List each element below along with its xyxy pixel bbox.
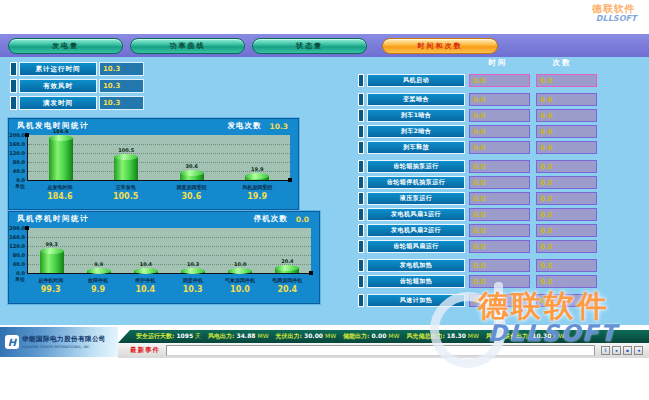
control-button-icon[interactable]: ■ xyxy=(623,346,632,355)
event-log-field[interactable] xyxy=(166,345,595,356)
category-label: 电网原因停机 xyxy=(264,277,311,283)
control-button-icon[interactable]: ◄ xyxy=(634,346,643,355)
counter-label: 停机次数 xyxy=(254,214,288,224)
category-value: 30.6 xyxy=(159,192,225,201)
time-value: 0.0 xyxy=(469,259,530,272)
ticker-unit: MW xyxy=(325,332,336,339)
stat-label: 满发时间 xyxy=(19,96,97,110)
control-button-icon[interactable]: ● xyxy=(612,346,621,355)
bar-top-value: 10.4 xyxy=(140,261,152,267)
huaneng-logo-icon: H xyxy=(5,335,19,349)
table-row: 刹车释放0.00.0 xyxy=(358,141,598,154)
count-value: 0.0 xyxy=(536,160,597,173)
gridline xyxy=(28,264,311,265)
ticker-label: 风光储总出力: xyxy=(406,332,444,341)
category-value: 19.9 xyxy=(224,192,290,201)
count-value: 0.0 xyxy=(536,259,597,272)
time-value: 0.0 xyxy=(469,240,530,253)
y-axis-tick-label: 200.0 xyxy=(9,133,25,138)
row-tick xyxy=(10,62,17,76)
time-value: 0.0 xyxy=(469,74,530,87)
ticker-value: 34.88 xyxy=(237,332,256,339)
chart-title: 风机停机时间统计 xyxy=(17,214,89,224)
playback-controls: ‖●■◄ xyxy=(601,346,643,355)
tab-power-curve[interactable]: 功率曲线 xyxy=(130,38,245,54)
bar-top-value: 10.0 xyxy=(234,261,246,267)
stat-row-effective-wind-hours: 有效风时 10.3 xyxy=(10,79,144,93)
latest-event-label: 最新事件 xyxy=(130,346,160,355)
ticker-label: 安全运行天数: xyxy=(136,332,174,341)
ticker-segment: 安全运行天数:1095天 xyxy=(136,332,201,341)
table-row: 风速计加热0.00.0 xyxy=(358,294,598,307)
scada-window: 发电量 功率曲线 状态量 时间和次数 累计运行时间 10.3 有效风时 10.3… xyxy=(0,0,649,400)
table-row: 发电机风扇2运行0.00.0 xyxy=(358,224,598,237)
row-tick xyxy=(358,141,364,154)
counter-label: 发电次数 xyxy=(227,121,261,131)
event-label: 刹车1啮合 xyxy=(367,109,465,122)
downtime-chart: 风机停机时间统计 停机次数 0.0 200.0160.0120.080.040.… xyxy=(8,211,320,304)
table-row: 齿轮箱加热0.00.0 xyxy=(358,275,598,288)
ticker-unit: MW xyxy=(388,332,399,339)
y-axis-tick-label: 120.0 xyxy=(9,244,25,249)
ticker-label: 光伏出力: xyxy=(276,332,302,341)
plot-area: 200.0160.0120.080.040.00.0单位184.6100.530… xyxy=(27,135,290,181)
time-value: 0.0 xyxy=(469,125,530,138)
bar-top-value: 30.6 xyxy=(186,163,198,169)
company-name-en: HUANENG POWER INTERNATIONAL, INC. xyxy=(22,344,93,348)
count-value: 0.0 xyxy=(536,208,597,221)
event-bar: 最新事件 ‖●■◄ xyxy=(118,343,649,358)
chart-counter: 停机次数 0.0 xyxy=(254,214,309,224)
chart-header: 风机停机时间统计 停机次数 0.0 xyxy=(9,212,319,226)
time-value: 0.0 xyxy=(469,109,530,122)
bar-气象原因停机: 10.0 xyxy=(228,271,252,273)
ticker-segment: 风光储总出力:18.30MW xyxy=(406,332,479,341)
company-name-cn: 华能国际电力股份有限公司 xyxy=(22,335,106,344)
stat-label: 有效风时 xyxy=(19,79,97,93)
bar-top-value: 19.9 xyxy=(251,166,263,172)
category-value: 9.9 xyxy=(74,285,121,294)
category-labels: 总发电时间正常发电调度原因受阻风机原因受阻 xyxy=(27,184,290,190)
time-value: 0.0 xyxy=(469,275,530,288)
table-row: 发电机风扇1运行0.00.0 xyxy=(358,208,598,221)
tab-time-and-counts[interactable]: 时间和次数 xyxy=(382,38,498,54)
event-label: 风速计加热 xyxy=(367,294,465,307)
tab-generation[interactable]: 发电量 xyxy=(8,38,123,54)
table-row: 刹车1啮合0.00.0 xyxy=(358,109,598,122)
company-logo-block: H 华能国际电力股份有限公司 HUANENG POWER INTERNATION… xyxy=(0,327,118,357)
row-tick xyxy=(358,93,364,106)
category-value: 20.4 xyxy=(264,285,311,294)
main-area: 累计运行时间 10.3 有效风时 10.3 满发时间 10.3 风机发电时间统计… xyxy=(0,57,649,325)
row-tick xyxy=(358,240,364,253)
row-tick xyxy=(358,259,364,272)
stat-row-full-output-time: 满发时间 10.3 xyxy=(10,96,144,110)
category-label: 风机原因受阻 xyxy=(224,184,290,190)
y-axis-unit-label: 单位 xyxy=(15,184,25,189)
ticker-segment: 风光储联合出力:10.30MW xyxy=(486,332,565,341)
bar-风机原因受阻: 19.9 xyxy=(245,176,269,180)
status-ticker: 安全运行天数:1095天风电出力:34.88MW光伏出力:30.00MW储能出力… xyxy=(118,330,649,343)
ticker-value: 18.30 xyxy=(447,332,466,339)
value-labels: 184.6100.530.619.9 xyxy=(27,192,290,201)
plot-area: 200.0160.0120.080.040.00.0单位99.39.910.41… xyxy=(27,228,311,274)
table-row: 发电机加热0.00.0 xyxy=(358,259,598,272)
ticker-value: 0.00 xyxy=(372,332,387,339)
y-axis-tick-label: 160.0 xyxy=(9,235,25,240)
count-value: 0.0 xyxy=(536,192,597,205)
ticker-segment: 光伏出力:30.00MW xyxy=(276,332,337,341)
row-tick xyxy=(358,208,364,221)
table-row: 变桨啮合0.00.0 xyxy=(358,93,598,106)
ticker-segment: 储能出力:0.00MW xyxy=(343,332,399,341)
control-button-icon[interactable]: ‖ xyxy=(601,346,610,355)
category-value: 100.5 xyxy=(93,192,159,201)
category-label: 调度原因受阻 xyxy=(159,184,225,190)
row-tick xyxy=(358,125,364,138)
tab-status[interactable]: 状态量 xyxy=(252,38,367,54)
row-tick xyxy=(358,192,364,205)
row-tick xyxy=(358,224,364,237)
watermark-text-cn: 德联软件 xyxy=(592,2,635,16)
bar-故障停机: 9.9 xyxy=(87,271,111,273)
bar-top-value: 99.3 xyxy=(45,241,57,247)
category-value: 99.3 xyxy=(27,285,74,294)
vendor-watermark-small: 德联软件 DLLSOFT xyxy=(594,2,648,33)
row-tick xyxy=(358,109,364,122)
